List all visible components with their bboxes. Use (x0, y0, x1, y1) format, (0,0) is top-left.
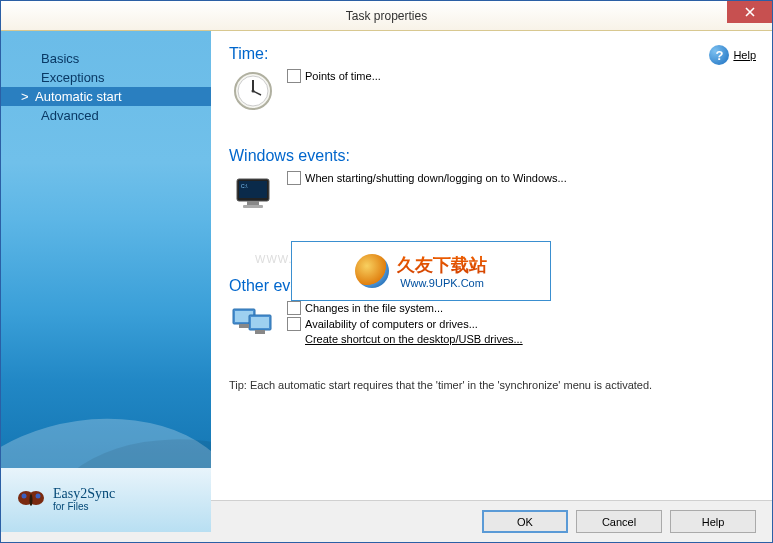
butterfly-icon (17, 488, 45, 512)
checkbox-file-changes[interactable] (287, 301, 301, 315)
cancel-button[interactable]: Cancel (576, 510, 662, 533)
window-title: Task properties (1, 9, 772, 23)
svg-point-18 (22, 493, 27, 498)
watermark-url: Www.9UPK.Com (400, 277, 484, 289)
help-button[interactable]: Help (670, 510, 756, 533)
svg-rect-15 (255, 330, 265, 334)
computers-icon (229, 299, 277, 347)
svg-rect-8 (247, 201, 259, 205)
section-windows-events: Windows events: C:\ (229, 147, 756, 217)
nav: Basics Exceptions Automatic start Advanc… (1, 31, 211, 125)
logo-area: Easy2Sync for Files (1, 468, 211, 532)
svg-point-20 (30, 494, 33, 506)
svg-rect-9 (243, 205, 263, 208)
body: Basics Exceptions Automatic start Advanc… (1, 31, 772, 500)
logo-sub: for Files (53, 501, 115, 512)
section-time-title: Time: (229, 45, 756, 63)
svg-text:C:\: C:\ (241, 183, 248, 189)
titlebar: Task properties (1, 1, 772, 31)
logo-name: Easy2Sync (53, 487, 115, 501)
button-row: OK Cancel Help (211, 510, 772, 533)
section-time: Time: Points of (229, 45, 756, 115)
tip-text: Tip: Each automatic start requires that … (229, 379, 689, 391)
section-windows-events-title: Windows events: (229, 147, 756, 165)
main-panel: ? Help Time: (211, 31, 772, 500)
opt-availability[interactable]: Availability of computers or drives... (287, 317, 523, 331)
label-points-of-time: Points of time... (305, 70, 381, 82)
monitor-icon: C:\ (229, 169, 277, 217)
nav-advanced[interactable]: Advanced (1, 106, 211, 125)
label-windows-start: When starting/shutting down/logging on t… (305, 172, 567, 184)
nav-exceptions[interactable]: Exceptions (1, 68, 211, 87)
svg-point-19 (36, 493, 41, 498)
sidebar: Basics Exceptions Automatic start Advanc… (1, 31, 211, 500)
help-link[interactable]: Help (733, 49, 756, 61)
nav-basics[interactable]: Basics (1, 49, 211, 68)
close-icon (745, 7, 755, 17)
checkbox-availability[interactable] (287, 317, 301, 331)
opt-windows-start[interactable]: When starting/shutting down/logging on t… (287, 171, 567, 185)
label-availability: Availability of computers or drives... (305, 318, 478, 330)
watermark-globe-icon (355, 254, 389, 288)
opt-file-changes[interactable]: Changes in the file system... (287, 301, 523, 315)
svg-rect-13 (251, 317, 269, 328)
checkbox-points-of-time[interactable] (287, 69, 301, 83)
create-shortcut-link[interactable]: Create shortcut on the desktop/USB drive… (305, 333, 523, 345)
svg-point-4 (252, 90, 255, 93)
nav-automatic-start[interactable]: Automatic start (1, 87, 211, 106)
svg-rect-14 (239, 324, 249, 328)
label-file-changes: Changes in the file system... (305, 302, 443, 314)
opt-points-of-time[interactable]: Points of time... (287, 69, 381, 83)
watermark: 久友下载站 Www.9UPK.Com (291, 241, 551, 301)
close-button[interactable] (727, 1, 772, 23)
watermark-text: 久友下载站 (397, 253, 487, 277)
help-icon[interactable]: ? (709, 45, 729, 65)
footer: Easy2Sync for Files OK Cancel Help (1, 500, 772, 542)
checkbox-windows-start[interactable] (287, 171, 301, 185)
window: Task properties Basics Exceptions Automa… (0, 0, 773, 543)
clock-icon (229, 67, 277, 115)
ok-button[interactable]: OK (482, 510, 568, 533)
help-area: ? Help (709, 45, 756, 65)
